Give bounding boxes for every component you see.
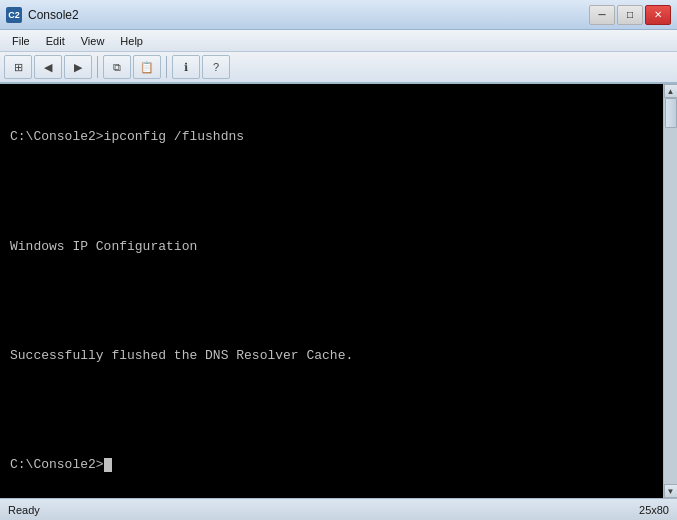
toolbar-paste[interactable]: 📋 (133, 55, 161, 79)
menu-view[interactable]: View (73, 33, 113, 49)
terminal-line-5 (10, 401, 653, 419)
terminal-line-2: Windows IP Configuration (10, 238, 653, 256)
terminal-line-4: Successfully flushed the DNS Resolver Ca… (10, 347, 653, 365)
title-bar: C2 Console2 ─ □ ✕ (0, 0, 677, 30)
minimize-button[interactable]: ─ (589, 5, 615, 25)
toolbar-copy[interactable]: ⧉ (103, 55, 131, 79)
toolbar-back[interactable]: ◀ (34, 55, 62, 79)
toolbar-help[interactable]: ? (202, 55, 230, 79)
maximize-button[interactable]: □ (617, 5, 643, 25)
menu-help[interactable]: Help (112, 33, 151, 49)
toolbar-separator-2 (166, 56, 167, 78)
terminal-container[interactable]: C:\Console2>ipconfig /flushdns Windows I… (0, 84, 663, 498)
status-text: Ready (8, 504, 40, 516)
toolbar: ⊞ ◀ ▶ ⧉ 📋 ℹ ? (0, 52, 677, 84)
terminal-line-0: C:\Console2>ipconfig /flushdns (10, 128, 653, 146)
terminal-cursor (104, 458, 112, 472)
terminal-line-1 (10, 183, 653, 201)
app-icon-label: C2 (8, 10, 20, 20)
toolbar-separator-1 (97, 56, 98, 78)
scroll-thumb[interactable] (665, 98, 677, 128)
window-controls: ─ □ ✕ (589, 5, 671, 25)
main-area: C:\Console2>ipconfig /flushdns Windows I… (0, 84, 677, 498)
terminal-line-6: C:\Console2> (10, 456, 653, 474)
scroll-track[interactable] (664, 98, 677, 484)
scrollbar: ▲ ▼ (663, 84, 677, 498)
terminal-content: C:\Console2>ipconfig /flushdns Windows I… (0, 84, 663, 498)
scroll-down-arrow[interactable]: ▼ (664, 484, 678, 498)
scroll-up-arrow[interactable]: ▲ (664, 84, 678, 98)
toolbar-forward[interactable]: ▶ (64, 55, 92, 79)
toolbar-new[interactable]: ⊞ (4, 55, 32, 79)
menu-edit[interactable]: Edit (38, 33, 73, 49)
toolbar-info[interactable]: ℹ (172, 55, 200, 79)
window-title: Console2 (28, 8, 79, 22)
close-button[interactable]: ✕ (645, 5, 671, 25)
menu-bar: File Edit View Help (0, 30, 677, 52)
menu-file[interactable]: File (4, 33, 38, 49)
title-bar-left: C2 Console2 (6, 7, 79, 23)
status-bar: Ready 25x80 (0, 498, 677, 520)
status-dimensions: 25x80 (639, 504, 669, 516)
app-icon: C2 (6, 7, 22, 23)
terminal-line-3 (10, 292, 653, 310)
